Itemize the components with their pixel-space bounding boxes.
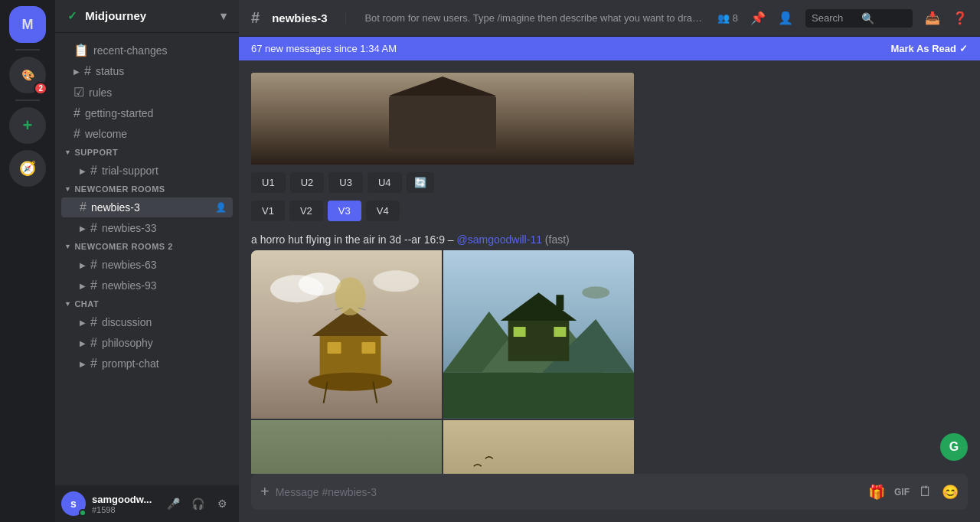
image-cell-3[interactable]: [251, 420, 442, 474]
user-icon: 👤: [215, 202, 227, 213]
channel-name: newbies-33: [102, 222, 227, 234]
server-header[interactable]: ✓ Midjourney ▾: [55, 0, 239, 33]
channel-newbies-63[interactable]: ▶ # newbies-63: [61, 255, 233, 275]
channel-newbies-93[interactable]: ▶ # newbies-93: [61, 276, 233, 295]
server-icon-other[interactable]: 🎨 2: [9, 57, 46, 93]
hut-image-1: [251, 250, 442, 419]
svg-point-14: [335, 277, 366, 315]
channel-name: status: [96, 65, 227, 77]
notification-badge: 2: [34, 82, 47, 95]
add-attachment-button[interactable]: +: [260, 474, 270, 510]
arrow-icon: ▶: [80, 224, 86, 233]
hash-icon: #: [74, 127, 80, 141]
category-label: NEWCOMER ROOMS: [74, 184, 165, 194]
mark-as-read-button[interactable]: Mark As Read ✓: [891, 43, 969, 54]
hut-image-3: [251, 420, 442, 474]
explore-button[interactable]: 🧭: [9, 150, 46, 187]
v1-button-top[interactable]: V1: [251, 201, 285, 221]
u2-button-top[interactable]: U2: [290, 172, 325, 193]
svg-rect-9: [328, 342, 341, 354]
members-count: 8: [733, 12, 738, 24]
message-input-wrap: + 🎁 GIF 🗒 😊: [251, 474, 968, 510]
emoji-icon[interactable]: 😊: [942, 484, 959, 501]
add-server-button[interactable]: +: [9, 107, 46, 144]
message-block-1: U1 U2 U3 U4 🔄 V1 V2 V3 V4: [251, 73, 968, 221]
discriminator: #1598: [92, 505, 156, 514]
help-icon[interactable]: ❓: [952, 11, 968, 25]
v2-button-top[interactable]: V2: [289, 201, 323, 221]
channel-getting-started[interactable]: # getting-started: [61, 103, 233, 123]
v4-button-top[interactable]: V4: [366, 201, 400, 221]
channel-discussion[interactable]: ▶ # discussion: [61, 312, 233, 332]
gif-button[interactable]: GIF: [894, 487, 910, 498]
channel-name: getting-started: [85, 107, 227, 119]
hash-icon: #: [90, 221, 97, 235]
arrow-icon: ▶: [74, 67, 80, 76]
hut-image-2: [443, 250, 634, 419]
category-newcomer-rooms-2[interactable]: ▼ NEWCOMER ROOMS 2: [58, 239, 236, 254]
user-info: samgoodw... #1598: [92, 494, 156, 514]
image-grid: [251, 250, 634, 474]
message-input[interactable]: [276, 477, 862, 507]
channel-philosophy[interactable]: ▶ # philosophy: [61, 333, 233, 353]
search-bar[interactable]: Search 🔍: [805, 9, 913, 28]
message-block-2: a horro hut flying in the air in 3d --ar…: [251, 233, 968, 474]
channel-newbies-3[interactable]: # newbies-3 👤: [61, 197, 233, 217]
hash-icon: #: [84, 64, 91, 78]
channel-name: newbies-3: [91, 201, 215, 214]
svg-point-5: [299, 272, 341, 295]
add-member-icon[interactable]: 👤: [778, 11, 793, 25]
category-newcomer-rooms[interactable]: ▼ NEWCOMER ROOMS: [58, 181, 236, 197]
hash-icon: #: [90, 357, 97, 370]
floating-avatar[interactable]: G: [940, 433, 968, 461]
channel-prompt-chat[interactable]: ▶ # prompt-chat: [61, 354, 233, 374]
svg-rect-1: [389, 96, 496, 149]
gift-icon[interactable]: 🎁: [868, 484, 885, 501]
channel-name: trial-support: [102, 165, 227, 177]
svg-rect-10: [361, 342, 375, 354]
image-cell-4[interactable]: [443, 420, 634, 474]
server-icon-midjourney[interactable]: M: [9, 6, 46, 43]
channel-trial-support[interactable]: ▶ # trial-support: [61, 161, 233, 181]
input-right-icons: 🎁 GIF 🗒 😊: [868, 484, 959, 501]
inbox-icon[interactable]: 📥: [925, 11, 940, 25]
refresh-button-top[interactable]: 🔄: [407, 172, 434, 193]
hash-icon: #: [90, 315, 97, 329]
u3-button-top[interactable]: U3: [328, 172, 363, 193]
fast-tag: (fast): [545, 233, 570, 246]
u1-button-top[interactable]: U1: [251, 172, 286, 193]
channel-icon: 📋: [74, 43, 89, 57]
channel-name: philosophy: [102, 337, 227, 349]
category-support[interactable]: ▼ SUPPORT: [58, 145, 236, 160]
hash-icon: #: [90, 279, 97, 292]
channel-status[interactable]: ▶ # status: [61, 61, 233, 81]
sticker-icon[interactable]: 🗒: [919, 484, 933, 500]
channel-hash-icon: #: [251, 9, 260, 27]
pin-icon[interactable]: 📌: [750, 11, 766, 25]
headphones-button[interactable]: 🎧: [187, 493, 208, 514]
header-divider: │: [343, 12, 350, 24]
members-icon: 👥: [717, 12, 730, 24]
u4-button-top[interactable]: U4: [368, 172, 402, 193]
arrow-icon: ▶: [80, 167, 86, 175]
members-count-area[interactable]: 👥 8: [717, 12, 738, 24]
channel-welcome[interactable]: # welcome: [61, 124, 233, 144]
partial-image: [251, 73, 634, 165]
category-chat[interactable]: ▼ CHAT: [58, 296, 236, 312]
microphone-button[interactable]: 🎤: [162, 493, 184, 514]
channel-rules[interactable]: ☑ rules: [61, 82, 233, 103]
upscale-buttons-top: U1 U2 U3 U4 🔄: [251, 172, 968, 193]
hash-icon: #: [80, 201, 87, 214]
image-cell-2[interactable]: [443, 250, 634, 419]
sidebar: ✓ Midjourney ▾ 📋 recent-changes ▶ # stat…: [55, 0, 239, 522]
channel-newbies-33[interactable]: ▶ # newbies-33: [61, 218, 233, 238]
settings-button[interactable]: ⚙: [211, 493, 233, 514]
messages-area[interactable]: U1 U2 U3 U4 🔄 V1 V2 V3 V4 a horro hut fl…: [239, 60, 980, 474]
arrow-icon: ▶: [80, 261, 86, 269]
verified-checkmark: ✓: [67, 9, 77, 22]
server-dropdown-icon: ▾: [220, 9, 227, 23]
channel-recent-changes[interactable]: 📋 recent-changes: [61, 40, 233, 60]
v3-button-top[interactable]: V3: [328, 201, 361, 221]
arrow-icon: ▶: [80, 360, 86, 368]
image-cell-1[interactable]: [251, 250, 442, 419]
